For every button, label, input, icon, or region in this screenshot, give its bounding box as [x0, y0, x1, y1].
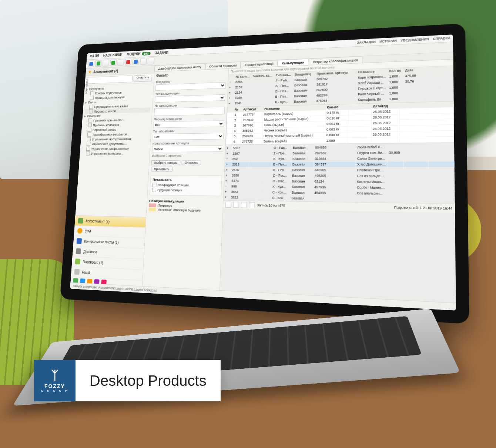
show-title: Показывать	[153, 177, 219, 182]
laptop: ФАЙЛ НАСТРОЙКИ МОДУЛИ 162 ЗАДАЧИ ЗАКЛАДК…	[60, 23, 469, 324]
grid-body[interactable]: +8266F - Рыб...Базовая506702Карп потроше…	[224, 71, 455, 204]
filter-panel: Фильтр Владелец Тип калькуляции № кальку…	[142, 69, 229, 293]
period-select[interactable]: Все	[153, 120, 224, 128]
link-help[interactable]: СПРАВКА	[433, 36, 451, 41]
logo-brand: FOZZY	[44, 383, 65, 389]
data-grid: Поместите сюда заголовок колонки для гру…	[220, 59, 456, 306]
toolbar-icon[interactable]	[110, 59, 117, 66]
tree-item[interactable]: Управление возврата...	[81, 151, 148, 156]
lbl-proc: Тип обработки	[153, 128, 224, 133]
sub-grid: №АртикулНазваниеКол-воДата/год1267778Кар…	[226, 101, 454, 145]
filter-clear-button[interactable]: Очистить	[181, 160, 201, 166]
table-row[interactable]: +2518B - Пек...Базовая384597Хлеб Домашни…	[225, 161, 454, 167]
useart-select[interactable]: Любое	[152, 146, 224, 153]
pager-last[interactable]	[249, 202, 255, 208]
tree-item[interactable]: Управление расфасовками	[82, 146, 148, 151]
show-box: Показывать Предыдущие позиции Будущие по…	[150, 175, 222, 196]
pager-first[interactable]	[225, 202, 231, 208]
chk-prev[interactable]: Предыдущие позиции	[152, 183, 219, 188]
sidebar-title: Ассортимент (2)	[93, 69, 118, 74]
export-icon[interactable]	[148, 57, 154, 64]
col-header[interactable]: Дата	[404, 67, 428, 73]
legend-label-closed: Закрытые	[158, 204, 172, 207]
tree[interactable]: ▸ Переучеты График переучетов Правила дл…	[76, 83, 154, 217]
apply-button[interactable]: Применить	[151, 167, 173, 171]
main-area: Дашборд по кассовому местуОбласти провер…	[142, 52, 456, 306]
select-goods-button[interactable]: Выбрать товары	[151, 160, 181, 165]
nav-icon	[77, 228, 83, 234]
col-header[interactable]	[228, 74, 235, 80]
logo-glyph-icon: ᛉ	[51, 369, 58, 382]
refresh-icon[interactable]	[140, 58, 147, 65]
menu-tasks[interactable]: ЗАДАЧИ	[155, 50, 168, 55]
toolbar-icon[interactable]	[88, 60, 95, 67]
legend-swatch-closed	[149, 203, 156, 207]
pager-prev[interactable]	[233, 202, 239, 208]
chk-future[interactable]: Будущие позиции	[152, 188, 219, 193]
menu-modules-label: МОДУЛИ	[127, 52, 140, 56]
link-bookmarks[interactable]: ЗАКЛАДКИ	[357, 40, 376, 44]
menu-modules[interactable]: МОДУЛИ 162	[127, 51, 151, 56]
menu-settings[interactable]: НАСТРОЙКИ	[103, 53, 123, 57]
legend-title: Позиции калькуляции	[149, 199, 221, 204]
pager-right: Подключений: 1 21.08.2019 16:44	[394, 205, 452, 210]
nav-icon	[75, 258, 81, 264]
toolbar-icon[interactable]	[103, 60, 109, 66]
lbl-useart: Использование артикула	[153, 141, 224, 145]
menu-file[interactable]: ФАЙЛ	[90, 54, 99, 58]
col-header[interactable]: Тип калькул.	[275, 72, 294, 78]
table-row[interactable]: +852K - Кул...Базовая313654Салат Винегре…	[225, 156, 455, 162]
logo-brand-sub: G R O U P	[41, 389, 68, 392]
nav-icon	[74, 269, 80, 275]
num-input[interactable]	[154, 107, 225, 116]
app-body: ★ Ассортимент (2) Очистить Избранное ▸ П…	[70, 52, 456, 306]
toolbar-icon[interactable]	[117, 59, 124, 66]
col-header[interactable]: Частич. калькул.	[252, 73, 275, 79]
workarea: Фильтр Владелец Тип калькуляции № кальку…	[142, 59, 456, 306]
selected-count: Выбрано 0 артикулс	[152, 153, 223, 157]
toolbar-icon[interactable]	[95, 60, 102, 67]
col-header[interactable]: Владелец	[294, 71, 316, 77]
toolbar-icon[interactable]	[125, 58, 131, 66]
sidebar-search-input[interactable]	[87, 76, 133, 84]
nav-icon	[77, 238, 82, 244]
app-window: ФАЙЛ НАСТРОЙКИ МОДУЛИ 162 ЗАДАЧИ ЗАКЛАДК…	[70, 34, 456, 310]
nav-icon	[78, 218, 83, 223]
col-header[interactable]: Кол-во	[388, 68, 404, 74]
modules-badge: 162	[142, 52, 151, 56]
link-history[interactable]: ИСТОРИЯ	[380, 39, 397, 43]
star-icon: ★	[88, 70, 92, 74]
side-nav: Ассортимент (2)УФАКонтрольные листы (1)Д…	[71, 215, 146, 281]
legend: Позиции калькуляции Закрытые Активные, и…	[148, 199, 221, 214]
type-select[interactable]	[155, 94, 225, 103]
link-notifications[interactable]: УВЕДОМЛЕНИЯ	[401, 37, 429, 43]
caption-title: Desktop Products	[76, 372, 221, 389]
filter-title: Фильтр	[156, 71, 226, 78]
pager-next[interactable]	[241, 202, 247, 208]
col-header[interactable]: № калькул.	[235, 74, 252, 79]
nav-icon	[76, 248, 81, 254]
caption-card: ᛉ FOZZY G R O U P Desktop Products	[34, 360, 221, 401]
toolbar-icon[interactable]	[133, 58, 139, 65]
pager-text: Запись 10 из 4675	[257, 203, 285, 207]
legend-label-active: Активные, имеющие будущие	[158, 208, 201, 212]
legend-swatch-active	[148, 208, 156, 211]
proc-select[interactable]: Все	[153, 133, 224, 140]
clear-button[interactable]: Очистить	[134, 75, 152, 82]
fozzy-logo: ᛉ FOZZY G R O U P	[34, 360, 76, 401]
tab[interactable]: Калькуляции	[278, 58, 308, 66]
